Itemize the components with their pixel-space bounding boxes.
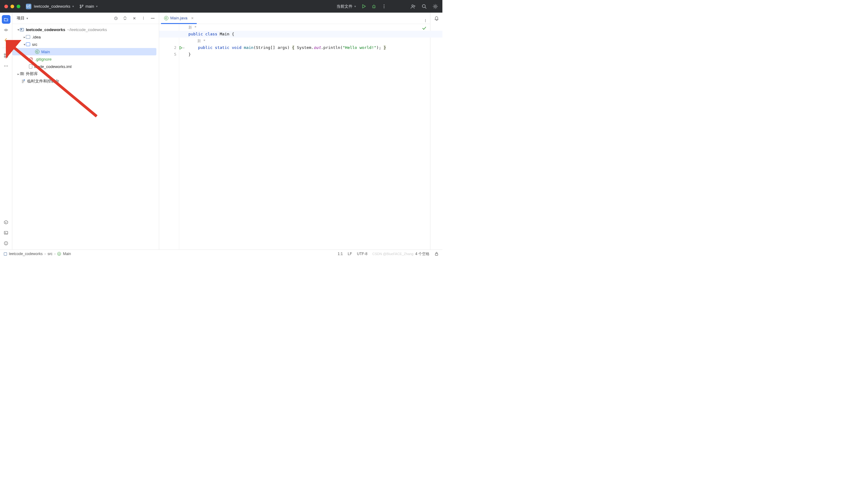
chevron-right-icon: › — [44, 252, 45, 256]
more-icon[interactable] — [382, 4, 387, 9]
indent-setting[interactable]: 4 个空格 — [415, 251, 430, 256]
project-panel-title[interactable]: 项目 — [17, 15, 25, 21]
svg-point-8 — [422, 4, 426, 8]
project-tree[interactable]: ▾ leetcode_codeworks ~/leetcode_codework… — [12, 24, 159, 258]
minimize-icon[interactable] — [11, 4, 14, 8]
panel-more-icon[interactable] — [140, 15, 146, 21]
tree-root-name: leetcode_codeworks — [26, 27, 65, 32]
more-tools-icon[interactable] — [2, 62, 11, 70]
svg-rect-38 — [435, 253, 438, 255]
breadcrumb[interactable]: leetcode_codeworks › src › C Main — [4, 252, 71, 256]
window-controls — [4, 4, 20, 8]
run-gutter: ▸ — [179, 24, 186, 258]
tree-scratches[interactable]: 临时文件和控制台 — [12, 78, 156, 85]
line-number[interactable]: 5 — [159, 51, 177, 58]
debug-icon[interactable] — [371, 4, 376, 9]
close-tab-icon[interactable]: × — [191, 16, 194, 21]
code-line[interactable]: public class Main { — [159, 31, 442, 38]
inlay-hint-star: * — [203, 39, 205, 43]
tree-item-label: 外部库 — [26, 71, 38, 77]
tree-iml-file[interactable]: tcode_codeworks.iml — [12, 63, 156, 70]
tab-main-java[interactable]: C Main.java × — [161, 13, 197, 24]
line-number[interactable]: 2 — [159, 44, 177, 51]
lock-icon[interactable] — [434, 252, 439, 256]
scratch-icon — [21, 79, 25, 83]
tree-item-label: .idea — [32, 35, 41, 39]
chevron-right-icon[interactable]: ▸ — [17, 72, 20, 76]
project-tool-icon[interactable] — [2, 15, 11, 24]
maximize-icon[interactable] — [17, 4, 20, 8]
inspection-ok-icon[interactable] — [422, 26, 426, 32]
tree-gitignore[interactable]: .gitignore — [12, 55, 156, 63]
editor-more-icon[interactable] — [423, 18, 428, 24]
collapse-all-icon[interactable] — [131, 15, 137, 21]
chevron-down-icon[interactable]: ▾ — [73, 4, 74, 8]
commit-tool-icon[interactable] — [2, 26, 11, 34]
right-tool-rail — [430, 13, 442, 258]
close-icon[interactable] — [4, 4, 8, 8]
run-config-label[interactable]: 当前文件 — [337, 4, 352, 9]
leetcode-tool-icon[interactable] — [2, 36, 11, 44]
code-lines[interactable]: 新 * public class Main { 新 * public stati… — [186, 24, 430, 258]
terminal-tool-icon[interactable] — [2, 228, 11, 237]
code-line[interactable]: } — [188, 51, 430, 58]
chevron-right-icon[interactable]: ▸ — [23, 35, 26, 39]
svg-point-16 — [5, 66, 6, 66]
settings-icon[interactable] — [432, 4, 438, 9]
services-tool-icon[interactable] — [2, 218, 11, 226]
source-folder-icon — [26, 42, 30, 46]
tree-root[interactable]: ▾ leetcode_codeworks ~/leetcode_codework… — [12, 26, 156, 33]
editor-area: C Main.java × 1 2 5 ▸ — [159, 13, 430, 258]
problems-tool-icon[interactable] — [2, 239, 11, 248]
chevron-down-icon[interactable]: ▾ — [26, 17, 28, 20]
project-panel-header: 项目 ▾ — [12, 13, 159, 24]
svg-rect-28 — [151, 18, 155, 18]
svg-point-27 — [143, 19, 144, 19]
code-editor[interactable]: 1 2 5 ▸ 新 * public class Main { 新 * publ… — [159, 24, 430, 258]
tree-item-label: 临时文件和控制台 — [27, 78, 59, 84]
tree-main-file[interactable]: C Main — [12, 48, 156, 55]
breadcrumb-segment[interactable]: Main — [63, 252, 71, 256]
tab-label: Main.java — [170, 16, 187, 20]
project-name[interactable]: leetcode_codeworks — [34, 4, 70, 9]
code-line[interactable]: public static void main(String[] args) {… — [188, 44, 430, 51]
tree-root-path: ~/leetcode_codeworks — [67, 27, 107, 32]
expand-all-icon[interactable] — [122, 15, 128, 21]
branch-name: main — [86, 4, 94, 9]
structure-tool-icon[interactable] — [2, 51, 11, 60]
svg-point-4 — [383, 4, 384, 5]
tree-item-label: tcode_codeworks.iml — [34, 64, 71, 69]
add-user-icon[interactable] — [410, 4, 416, 9]
notifications-icon[interactable] — [434, 16, 439, 22]
tree-item-label: src — [32, 42, 37, 47]
chevron-down-icon[interactable]: ▾ — [23, 43, 26, 46]
tree-src-folder[interactable]: ▾ src — [12, 41, 156, 48]
chevron-right-icon: › — [54, 252, 55, 256]
cursor-position[interactable]: 1:1 — [338, 252, 343, 256]
search-icon[interactable] — [421, 4, 427, 9]
svg-point-26 — [143, 18, 144, 18]
breadcrumb-segment[interactable]: leetcode_codeworks — [9, 252, 42, 256]
project-panel: 项目 ▾ ▾ leetcode_codeworks ~/leetcode_cod… — [12, 13, 159, 258]
vcs-branch[interactable]: main ▾ — [79, 4, 97, 9]
run-icon[interactable] — [362, 4, 366, 9]
file-icon — [29, 64, 32, 69]
left-tool-rail — [0, 13, 12, 258]
tree-idea-folder[interactable]: ▸ .idea — [12, 33, 156, 41]
select-opened-file-icon[interactable] — [113, 15, 119, 21]
chevron-down-icon[interactable]: ▾ — [96, 4, 97, 8]
class-icon: C — [164, 16, 168, 20]
chevron-down-icon[interactable]: ▾ — [17, 28, 20, 31]
breadcrumb-segment[interactable]: src — [48, 252, 52, 256]
svg-point-25 — [143, 17, 144, 17]
tree-external-libs[interactable]: ▸ 外部库 — [12, 70, 156, 78]
panel-hide-icon[interactable] — [149, 15, 156, 21]
svg-point-17 — [7, 66, 8, 66]
chevron-down-icon[interactable]: ▾ — [354, 4, 356, 8]
svg-rect-11 — [4, 54, 5, 55]
run-line-icon[interactable]: ▸ — [179, 44, 186, 51]
line-separator[interactable]: LF — [348, 252, 352, 256]
project-badge: LC — [26, 4, 31, 9]
svg-rect-14 — [6, 56, 8, 57]
file-encoding[interactable]: UTF-8 — [357, 252, 368, 256]
